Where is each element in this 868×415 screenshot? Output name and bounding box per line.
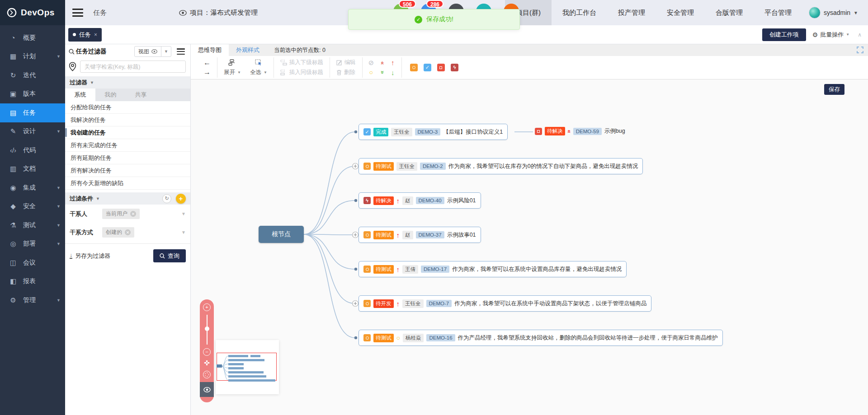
add-condition-button[interactable]: + <box>176 194 186 204</box>
tab-mindmap[interactable]: 思维导图 <box>191 44 229 56</box>
mindmap-root-node[interactable]: 根节点 <box>259 226 304 243</box>
nav-right-icon[interactable]: → <box>203 68 211 76</box>
zoom-slider-handle[interactable] <box>205 326 209 331</box>
remove-tag-icon[interactable]: ✕ <box>130 211 136 217</box>
filters-section-header[interactable]: 过滤器▼ <box>65 76 190 89</box>
chevron-down-icon[interactable]: ▼ <box>181 211 186 216</box>
sidebar-item-管理[interactable]: ⚙管理▼ <box>0 291 65 310</box>
nav-tab-投产管理[interactable]: 投产管理 <box>607 0 656 25</box>
view-button[interactable]: 视图 ▼ <box>134 46 171 57</box>
sidebar-item-报表[interactable]: ◧报表 <box>0 272 65 291</box>
keyword-search-input[interactable] <box>80 61 186 73</box>
pan-icon[interactable]: ✜ <box>204 359 210 367</box>
app-logo: DevOps <box>0 0 65 25</box>
sidebar-item-代码[interactable]: ‹/›代码 <box>0 141 65 160</box>
sidebar-item-部署[interactable]: ◎部署▼ <box>0 235 65 254</box>
project-switcher[interactable]: 项目：瀑布式研发管理 <box>179 9 258 17</box>
sidebar-item-迭代[interactable]: ↻迭代 <box>0 66 65 85</box>
expand-tree-icon[interactable] <box>224 58 241 67</box>
edit-button[interactable]: 编辑 <box>336 58 356 67</box>
risk-type-chip[interactable]: ϟ <box>451 64 458 71</box>
filter-item[interactable]: 分配给我的任务 <box>65 101 190 114</box>
select-all-button[interactable]: 全选▼ <box>250 68 267 77</box>
create-workitem-button[interactable]: 创建工作项 <box>762 28 806 41</box>
fullscreen-icon[interactable] <box>857 47 863 53</box>
filter-tab-系统[interactable]: 系统 <box>65 89 95 101</box>
sidebar-item-设计[interactable]: ✎设计▼ <box>0 122 65 141</box>
delete-button[interactable]: 删除 <box>336 68 356 77</box>
sidebar-item-集成[interactable]: ◉集成▼ <box>0 178 65 197</box>
tab-appearance[interactable]: 外观样式 <box>229 44 267 56</box>
remove-tag-icon[interactable]: ✕ <box>125 229 131 235</box>
mindmap-node-DEMO-17[interactable]: 待测试↑王倩DEMO-17作为商家，我希望可以在系统中设置商品库存量，避免出现超… <box>359 261 627 277</box>
collapse-panel-icon[interactable]: ∧ <box>856 32 863 38</box>
filter-item[interactable]: 所有今天新增的缺陷 <box>65 177 190 190</box>
panel-menu-icon[interactable] <box>177 48 185 55</box>
locate-icon[interactable] <box>203 371 211 378</box>
insert-child-button[interactable]: 插入下级标题 <box>280 58 323 67</box>
bug-type-chip[interactable] <box>437 64 445 71</box>
mindmap-node-DEMO-37[interactable]: 待测试↑赵DEMO-37示例故事01 <box>359 227 481 243</box>
sidebar-item-概要[interactable]: ◔概要 <box>0 28 65 47</box>
close-icon[interactable]: × <box>94 32 97 38</box>
sidebar-item-版本[interactable]: ▣版本 <box>0 85 65 104</box>
save-button[interactable]: 保存 <box>824 84 844 95</box>
open-tab-task[interactable]: 任务 × <box>68 28 102 42</box>
task-type-chip[interactable]: ✓ <box>424 64 431 71</box>
minimap[interactable] <box>216 340 279 394</box>
priority-highest-icon[interactable]: « <box>378 59 386 67</box>
mindmap-node-DEMO-3[interactable]: ✓完成王钰全DEMO-3【后端】接口协议定义1 <box>359 124 508 140</box>
insert-sibling-button[interactable]: 插入同级标题 <box>280 68 323 77</box>
filter-tab-我的[interactable]: 我的 <box>95 89 126 101</box>
filter-tab-共享[interactable]: 共享 <box>126 89 156 101</box>
mindmap-node-DEMO-59[interactable]: 待解决«DEMO-59示例bug <box>535 127 625 135</box>
mindmap-node-DEMO-2[interactable]: 待测试王钰全DEMO-2作为商家，我希望可以在库存为0的情况下自动下架商品，避免… <box>359 158 643 174</box>
nav-left-icon[interactable]: ← <box>203 59 211 67</box>
select-area-icon[interactable] <box>250 58 267 67</box>
user-menu[interactable]: sysadmin ▼ <box>802 7 868 19</box>
nav-tab-我的工作台[interactable]: 我的工作台 <box>552 0 607 25</box>
conditions-section-header[interactable]: 过滤条件▼ ↻ + <box>65 192 190 205</box>
sidebar-item-文档[interactable]: ▥文档 <box>0 160 65 179</box>
chevron-down-icon[interactable]: ▼ <box>161 47 171 56</box>
priority-low-icon[interactable]: ↓ <box>389 69 397 76</box>
condition-tag[interactable]: 创建的✕ <box>102 227 134 238</box>
chevron-down-icon[interactable]: ▼ <box>181 230 186 235</box>
nav-tab-平台管理[interactable]: 平台管理 <box>754 0 802 25</box>
expand-button[interactable]: 展开▼ <box>224 68 241 77</box>
mindmap-node-DEMO-40[interactable]: ϟ待解决↑赵DEMO-40示例风险01 <box>359 192 481 209</box>
refresh-icon[interactable]: ↻ <box>162 194 171 203</box>
priority-high-icon[interactable]: ↑ <box>389 59 397 67</box>
nav-tab-合版管理[interactable]: 合版管理 <box>705 0 754 25</box>
priority-normal-icon[interactable]: ○ <box>367 69 375 76</box>
zoom-slider[interactable] <box>207 315 208 345</box>
mindmap-canvas[interactable]: 根节点 ✓完成王钰全DEMO-3【后端】接口协议定义1待解决«DEMO-59示例… <box>191 79 868 415</box>
zoom-out-icon[interactable]: − <box>203 348 211 356</box>
sidebar-item-会议[interactable]: ◫会议 <box>0 253 65 272</box>
mindmap-node-DEMO-7[interactable]: 待开发↑王钰全DEMO-7作为商家，我希望可以在系统中手动设置商品下架状态，以便… <box>359 295 651 312</box>
batch-actions-button[interactable]: ⚙ 批量操作 ▼ <box>812 31 849 39</box>
minimap-toggle-eye-icon[interactable] <box>200 382 214 397</box>
query-button[interactable]: 查询 <box>153 249 186 262</box>
filter-item[interactable]: 所有延期的任务 <box>65 152 190 164</box>
menu-toggle-icon[interactable] <box>72 9 83 17</box>
zoom-in-icon[interactable]: + <box>203 303 211 311</box>
sidebar-item-计划[interactable]: ▦计划▼ <box>0 47 65 66</box>
filter-item[interactable]: 所有解决的任务 <box>65 164 190 177</box>
condition-tag[interactable]: 当前用户✕ <box>102 209 140 219</box>
nav-tab-安全管理[interactable]: 安全管理 <box>656 0 705 25</box>
filter-item[interactable]: 所有未完成的任务 <box>65 139 190 152</box>
issue-key-badge: DEMO-7 <box>426 300 452 307</box>
clear-mark-icon[interactable]: ⊘ <box>367 59 375 67</box>
story-type-chip[interactable] <box>410 64 418 71</box>
zoom-control: + − ✜ <box>200 299 214 402</box>
notification-badge: 286 <box>426 0 443 8</box>
sidebar-item-安全[interactable]: ◆安全▼ <box>0 197 65 216</box>
save-as-filter-link[interactable]: ↓ 另存为过滤器 <box>70 252 110 260</box>
sidebar-item-测试[interactable]: ⚗测试▼ <box>0 216 65 235</box>
mindmap-node-DEMO-16[interactable]: 待测试○杨桂焱DEMO-16作为产品经理，我希望系统支持回收站，删除的商品会到回… <box>359 330 723 346</box>
sidebar-item-任务[interactable]: ▤任务 <box>0 103 65 122</box>
filter-item[interactable]: 我创建的任务 <box>65 126 190 139</box>
filter-item[interactable]: 我解决的任务 <box>65 114 190 126</box>
priority-lowest-icon[interactable]: « <box>378 69 386 77</box>
